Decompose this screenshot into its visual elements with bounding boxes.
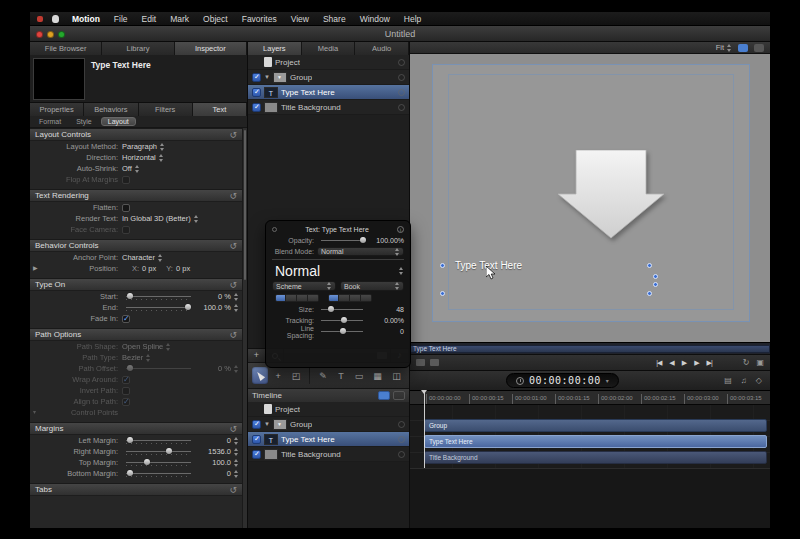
layer-extras-icon[interactable] <box>398 421 405 428</box>
show-timeline-icon[interactable]: ▤ <box>724 376 732 385</box>
apple-menu-icon[interactable] <box>52 15 59 23</box>
bottom-margin-stepper[interactable] <box>234 470 239 478</box>
margins-header[interactable]: Margins ↺ <box>30 422 242 435</box>
render-text-popup[interactable]: In Global 3D (Better) <box>122 214 199 223</box>
control-point[interactable] <box>440 263 445 268</box>
reset-icon[interactable]: ↺ <box>229 241 237 251</box>
reset-icon[interactable]: ↺ <box>229 485 237 495</box>
snapshot-icon[interactable] <box>430 359 439 366</box>
text-rendering-header[interactable]: Text Rendering ↺ <box>30 189 242 202</box>
fade-in-checkbox[interactable] <box>122 315 130 323</box>
path-type-popup[interactable]: Bezier <box>122 353 151 362</box>
control-points-disclosure-icon[interactable]: ▾ <box>33 408 36 415</box>
reset-icon[interactable]: ↺ <box>229 130 237 140</box>
render-quality-icon[interactable] <box>738 44 748 52</box>
subtab-style[interactable]: Style <box>70 117 98 126</box>
menu-help[interactable]: Help <box>397 12 428 26</box>
inspector-scrollbar[interactable] <box>242 128 247 528</box>
view-options-icon[interactable] <box>754 44 764 52</box>
timeline-tracks[interactable]: Group Type Text Here Title Background <box>410 404 770 468</box>
path-shape-popup[interactable]: Open Spline <box>122 342 171 351</box>
direction-popup[interactable]: Horizontal <box>122 153 164 162</box>
position-x-field[interactable]: 0 px <box>142 264 156 273</box>
menu-motion[interactable]: Motion <box>65 12 107 26</box>
line-spacing-slider[interactable] <box>321 327 363 336</box>
invert-path-checkbox[interactable] <box>122 387 130 395</box>
tab-audio[interactable]: Audio <box>355 42 409 55</box>
top-margin-stepper[interactable] <box>234 459 239 467</box>
subtab-format[interactable]: Format <box>33 117 67 126</box>
blend-mode-popup[interactable]: Normal <box>317 247 404 256</box>
layer-extras-icon[interactable] <box>398 74 405 81</box>
previous-frame-button[interactable]: ◀ <box>669 359 673 367</box>
marker-icon[interactable] <box>416 359 425 366</box>
layer-row-project[interactable]: Project <box>248 55 409 70</box>
layer-extras-icon[interactable] <box>398 89 405 96</box>
subtab-layout[interactable]: Layout <box>101 117 136 126</box>
group-disclosure-icon[interactable]: ▼ <box>264 421 270 427</box>
show-hud-icon[interactable]: ▦ <box>369 367 386 384</box>
scrollbar-thumb[interactable] <box>244 130 246 280</box>
play-button[interactable]: ▶ <box>682 359 686 367</box>
fullscreen-icon[interactable]: ▣ <box>756 358 764 367</box>
right-margin-stepper[interactable] <box>234 448 239 456</box>
position-disclosure-icon[interactable]: ▶ <box>33 264 38 271</box>
wrap-around-checkbox[interactable] <box>122 376 130 384</box>
control-point[interactable] <box>647 263 652 268</box>
flatten-checkbox[interactable] <box>122 204 130 212</box>
title-bar[interactable]: Untitled <box>30 26 770 42</box>
mini-timeline-bar[interactable] <box>410 345 770 353</box>
layer-extras-icon[interactable] <box>398 436 405 443</box>
path-options-header[interactable]: Path Options ↺ <box>30 328 242 341</box>
background-activation-checkbox[interactable] <box>252 450 261 459</box>
control-point[interactable] <box>647 291 652 296</box>
background-activation-checkbox[interactable] <box>252 103 261 112</box>
menu-share[interactable]: Share <box>316 12 353 26</box>
text-activation-checkbox[interactable] <box>252 88 261 97</box>
position-y-field[interactable]: 0 px <box>176 264 190 273</box>
start-slider[interactable] <box>126 292 191 301</box>
path-offset-stepper[interactable] <box>234 365 239 373</box>
track-bar-title-background[interactable]: Title Background <box>424 451 767 464</box>
group-activation-checkbox[interactable] <box>252 420 261 429</box>
layer-extras-icon[interactable] <box>398 451 405 458</box>
layer-row-title-background[interactable]: Title Background <box>248 100 409 115</box>
tab-media[interactable]: Media <box>302 42 356 55</box>
tab-filters[interactable]: Filters <box>139 103 193 116</box>
font-stepper[interactable] <box>399 267 404 275</box>
group-disclosure-icon[interactable]: ▼ <box>264 74 270 80</box>
left-margin-stepper[interactable] <box>234 437 239 445</box>
layer-extras-icon[interactable] <box>398 59 405 66</box>
playhead[interactable] <box>424 390 425 468</box>
behavior-controls-header[interactable]: Behavior Controls ↺ <box>30 239 242 252</box>
next-frame-button[interactable]: ▶ <box>694 359 698 367</box>
left-margin-slider[interactable] <box>126 436 191 445</box>
align-left-icon[interactable] <box>275 294 286 302</box>
menu-view[interactable]: View <box>284 12 316 26</box>
timecode-display[interactable]: 00:00:00:00 ▾ <box>506 373 619 388</box>
tracking-slider[interactable] <box>321 316 363 325</box>
tab-layers[interactable]: Layers <box>248 42 302 55</box>
canvas[interactable]: Type Text Here <box>410 54 770 342</box>
layout-method-popup[interactable]: Paragraph <box>122 142 165 151</box>
face-camera-checkbox[interactable] <box>122 226 130 234</box>
menu-favorites[interactable]: Favorites <box>235 12 284 26</box>
control-point[interactable] <box>653 274 658 279</box>
valign-justify-icon[interactable] <box>361 294 372 302</box>
group-activation-checkbox[interactable] <box>252 73 261 82</box>
path-offset-slider[interactable] <box>126 364 191 373</box>
tabs-header[interactable]: Tabs ↺ <box>30 483 242 496</box>
vertical-alignment-segment-control[interactable] <box>328 294 372 302</box>
anchor-point-popup[interactable]: Character <box>122 253 163 262</box>
size-slider[interactable] <box>321 305 363 314</box>
show-audio-timeline-icon[interactable]: ♫ <box>741 376 747 385</box>
end-stepper[interactable] <box>234 304 239 312</box>
show-keyframe-editor-icon[interactable]: ◇ <box>756 376 762 385</box>
timeline-ruler[interactable]: 00:00:00:00 00:00:00:15 00:00:01:00 00:0… <box>410 390 770 404</box>
menu-edit[interactable]: Edit <box>135 12 164 26</box>
top-margin-slider[interactable] <box>126 458 191 467</box>
go-to-start-button[interactable]: |◀ <box>656 359 661 367</box>
menu-object[interactable]: Object <box>196 12 235 26</box>
text-activation-checkbox[interactable] <box>252 435 261 444</box>
layout-controls-header[interactable]: Layout Controls ↺ <box>30 128 242 141</box>
